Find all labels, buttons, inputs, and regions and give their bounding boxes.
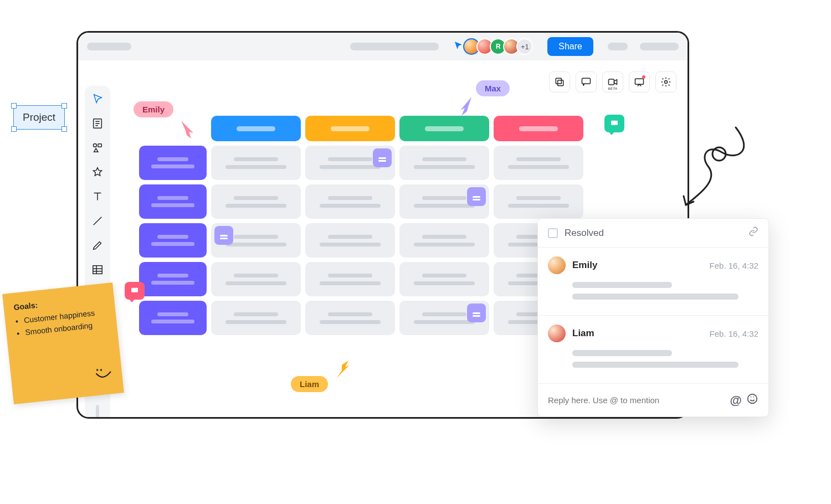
share-button[interactable]: Share	[547, 37, 593, 56]
grid-cell[interactable]	[211, 262, 301, 296]
comments-header: Resolved	[538, 219, 768, 248]
reply-input[interactable]	[548, 395, 730, 405]
grid-cell[interactable]	[211, 301, 301, 335]
cursor-tag-emily: Emily	[134, 101, 173, 117]
video-icon[interactable]: BETA	[602, 71, 623, 92]
resolved-checkbox[interactable]	[548, 228, 558, 238]
grid-cell[interactable]	[399, 184, 489, 219]
row-header-3[interactable]	[139, 223, 207, 258]
settings-icon[interactable]	[655, 71, 676, 92]
row-header-4[interactable]	[139, 262, 207, 296]
beta-badge: BETA	[608, 87, 617, 90]
comment-item[interactable]: Emily Feb. 16, 4:32	[538, 248, 768, 316]
svg-point-5	[665, 81, 668, 84]
project-text-element[interactable]: Project	[13, 105, 65, 130]
annotation-arrow-icon	[669, 122, 758, 216]
row-header-5[interactable]	[139, 301, 207, 335]
comment-item[interactable]: Liam Feb. 16, 4:32	[538, 316, 768, 384]
comment-body	[572, 282, 758, 300]
app-menu-placeholder[interactable]	[87, 43, 131, 50]
svg-rect-12	[132, 290, 135, 291]
cursor-arrow-max	[456, 95, 478, 117]
header-extra-a[interactable]	[608, 43, 628, 50]
column-header-2[interactable]	[305, 116, 395, 141]
link-icon[interactable]	[748, 227, 758, 239]
grid-cell[interactable]	[494, 146, 583, 180]
svg-rect-3	[609, 79, 614, 85]
grid-cell[interactable]	[305, 262, 395, 296]
grid-cell[interactable]	[399, 262, 489, 296]
line-tool-icon[interactable]	[90, 213, 105, 229]
column-header-4[interactable]	[494, 116, 583, 141]
grid-cell[interactable]	[211, 146, 301, 180]
svg-point-19	[748, 394, 757, 404]
shapes-tool-icon[interactable]	[90, 140, 105, 156]
avatar-liam	[548, 325, 566, 342]
grid-cell[interactable]	[211, 184, 301, 219]
mention-icon[interactable]: @	[730, 393, 742, 408]
svg-point-16	[96, 369, 98, 371]
row-header-2[interactable]	[139, 184, 207, 219]
emoji-icon[interactable]	[746, 393, 758, 408]
grid-body	[139, 146, 583, 335]
svg-rect-9	[93, 266, 102, 274]
text-tool-icon[interactable]	[90, 189, 105, 204]
grid-cell[interactable]	[399, 223, 489, 258]
svg-point-17	[100, 369, 102, 371]
grid-cell[interactable]	[305, 223, 395, 258]
selection-handle[interactable]	[11, 126, 17, 132]
template-tool-icon[interactable]	[90, 116, 105, 131]
table-tool-icon[interactable]	[90, 262, 105, 277]
selection-handle[interactable]	[61, 126, 67, 132]
select-tool-icon[interactable]	[90, 91, 105, 107]
presentation-icon[interactable]	[629, 71, 650, 92]
document-title-placeholder[interactable]	[350, 43, 439, 50]
comment-timestamp: Feb. 16, 4:32	[710, 261, 758, 270]
cursor-tag-liam: Liam	[291, 376, 328, 392]
cursor-arrow-liam	[333, 359, 355, 382]
grid-cell[interactable]	[305, 146, 395, 180]
header-extra-b[interactable]	[640, 43, 679, 50]
sticky-list: Customer happiness Smooth onboarding	[14, 306, 107, 340]
comment-author: Emily	[572, 260, 597, 271]
grid-column-headers	[211, 116, 583, 141]
card-chip-icon[interactable]	[467, 187, 486, 206]
grid-cell[interactable]	[305, 301, 395, 335]
svg-rect-11	[132, 289, 137, 290]
svg-rect-2	[582, 78, 591, 84]
card-chip-icon[interactable]	[373, 148, 392, 167]
svg-point-7	[93, 143, 96, 147]
svg-rect-15	[612, 123, 615, 124]
selection-handle[interactable]	[61, 103, 67, 109]
grid-cell[interactable]	[305, 184, 395, 219]
comments-panel: Resolved Emily Feb. 16, 4:32 Liam Feb. 1…	[537, 218, 769, 417]
pen-tool-icon[interactable]	[90, 238, 105, 253]
smile-icon	[95, 367, 114, 386]
svg-rect-0	[556, 78, 561, 84]
grid-cell[interactable]	[211, 223, 301, 258]
svg-rect-10	[131, 288, 138, 292]
column-header-3[interactable]	[399, 116, 489, 141]
column-header-1[interactable]	[211, 116, 301, 141]
sticky-note[interactable]: Goals: Customer happiness Smooth onboard…	[2, 282, 124, 404]
grid-cell[interactable]	[399, 301, 489, 335]
comment-reply-row: @	[538, 384, 768, 416]
header-bar: R +1 Share	[78, 33, 688, 60]
toolbar-scrollbar[interactable]	[96, 405, 99, 419]
comment-marker-pink[interactable]	[125, 282, 145, 300]
grid-cell[interactable]	[399, 146, 489, 180]
canvas-area[interactable]	[139, 116, 583, 340]
avatar-more[interactable]: +1	[516, 38, 533, 55]
svg-rect-1	[558, 80, 563, 86]
project-label: Project	[23, 111, 55, 123]
comment-marker-teal[interactable]	[604, 115, 624, 132]
card-chip-icon[interactable]	[214, 226, 233, 245]
comment-icon[interactable]	[576, 71, 597, 92]
star-tool-icon[interactable]	[90, 164, 105, 180]
selection-handle[interactable]	[11, 103, 17, 109]
slides-icon[interactable]	[549, 71, 570, 92]
grid-cell[interactable]	[494, 184, 583, 219]
svg-rect-4	[635, 79, 644, 84]
card-chip-icon[interactable]	[467, 304, 486, 322]
row-header-1[interactable]	[139, 146, 207, 180]
